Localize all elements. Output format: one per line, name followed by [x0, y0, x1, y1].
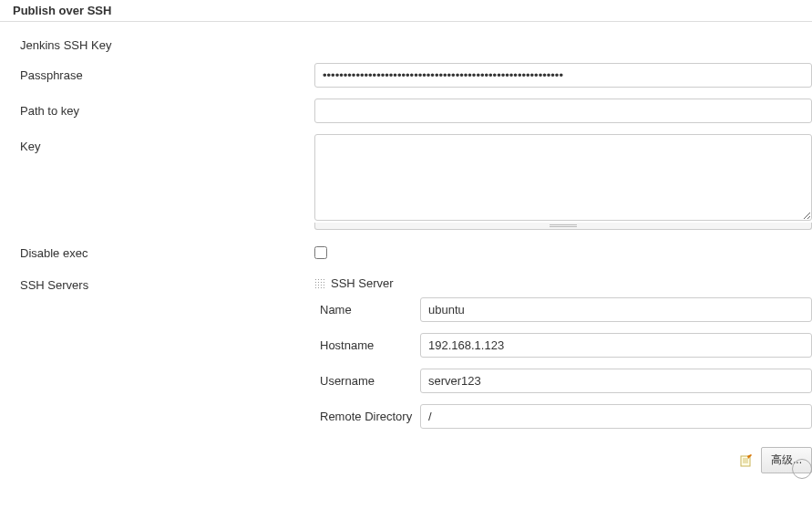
label-ssh-servers: SSH Servers [0, 273, 314, 292]
row-server-name: Name [314, 292, 812, 327]
button-row: 高级... [314, 434, 812, 477]
row-ssh-servers: SSH Servers SSH Server Name Hostname Use… [0, 267, 812, 483]
path-to-key-input[interactable] [314, 99, 812, 123]
row-server-username: Username [314, 363, 812, 399]
row-key: Key [0, 129, 812, 235]
form-area: Jenkins SSH Key Passphrase Path to key K… [0, 22, 812, 483]
label-path-to-key: Path to key [0, 99, 314, 118]
row-jenkins-ssh-key: Jenkins SSH Key [0, 27, 812, 57]
row-server-remote-directory: Remote Directory [314, 399, 812, 434]
server-name-input[interactable] [420, 297, 812, 322]
label-passphrase: Passphrase [0, 63, 314, 82]
disable-exec-checkbox[interactable] [314, 246, 327, 259]
label-server-remote-directory: Remote Directory [314, 410, 420, 423]
row-disable-exec: Disable exec [0, 235, 812, 267]
advanced-button[interactable]: 高级... [761, 447, 812, 473]
ssh-server-header-text: SSH Server [331, 276, 394, 290]
server-hostname-input[interactable] [420, 333, 812, 358]
drag-handle-icon[interactable] [314, 278, 325, 289]
passphrase-input[interactable] [314, 63, 812, 88]
row-path-to-key: Path to key [0, 93, 812, 129]
row-server-hostname: Hostname [314, 327, 812, 363]
label-key: Key [0, 134, 314, 153]
ssh-server-header: SSH Server [314, 273, 812, 292]
server-remote-directory-input[interactable] [420, 404, 812, 429]
label-server-hostname: Hostname [314, 338, 420, 352]
server-username-input[interactable] [420, 369, 812, 393]
label-disable-exec: Disable exec [0, 241, 314, 260]
textarea-resize-handle[interactable] [314, 223, 812, 230]
key-textarea[interactable] [314, 134, 812, 221]
label-jenkins-ssh-key: Jenkins SSH Key [0, 33, 314, 52]
label-server-username: Username [314, 374, 420, 388]
label-server-name: Name [314, 303, 420, 317]
notepad-icon [739, 453, 754, 468]
section-title: Publish over SSH [0, 0, 812, 22]
row-passphrase: Passphrase [0, 57, 812, 93]
